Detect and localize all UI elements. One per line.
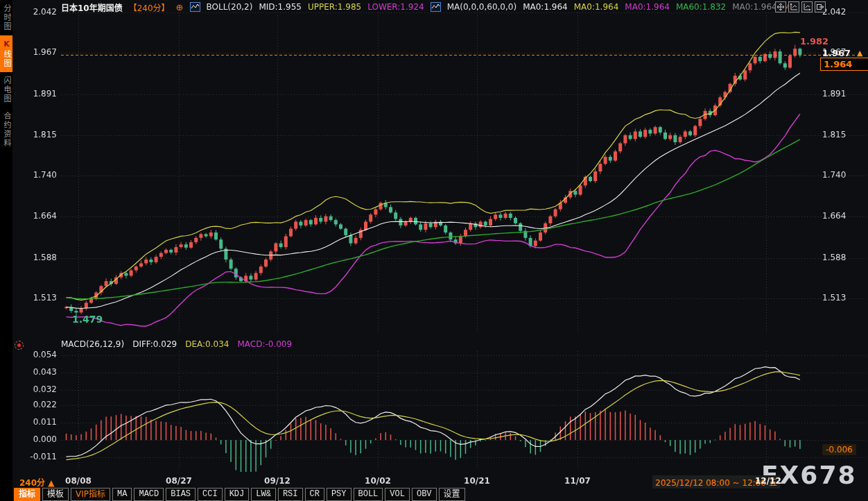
scroll-to-latest-icon[interactable]: ▲ [857, 49, 862, 58]
toolbar-button-MACD[interactable]: MACD [134, 488, 164, 501]
x-axis-label-last: 12/12 [755, 476, 781, 486]
macd-axis-label-2: 0.032 [15, 384, 57, 394]
toolbar-button-LW&[interactable]: LW& [251, 488, 276, 501]
toolbar-button-设置[interactable]: 设置 [439, 488, 465, 501]
x-axis-label-0: 08/08 [65, 476, 92, 486]
toolbar-button-指标[interactable]: 指标 [14, 488, 40, 501]
price-axis-label-left-2: 1.891 [15, 89, 57, 99]
toolbar-button-模板[interactable]: 模板 [42, 488, 69, 501]
indicator-value-7: MA0:1.964 [625, 2, 670, 12]
price-axis-label-left-7: 1.513 [15, 293, 57, 303]
x-axis-label-1: 08/27 [166, 476, 192, 486]
macd-macd-value: MACD:-0.009 [237, 339, 292, 349]
y-axis-scale-icon[interactable] [788, 1, 799, 12]
chart-header: 日本10年期国债 【240分】 ⊕ BOLL(20,2)MID:1.955UPP… [61, 1, 796, 12]
indicator-chart-icon[interactable] [190, 2, 200, 12]
price-axis-label-left-5: 1.664 [15, 211, 57, 221]
indicator-value-6: MA0:1.964 [574, 2, 619, 12]
price-axis-label-right-7: 1.513 [822, 293, 846, 303]
main-chart-canvas[interactable] [0, 0, 868, 501]
macd-axis-label-6: -0.011 [15, 452, 57, 461]
toolbar-button-CCI[interactable]: CCI [198, 488, 223, 501]
toolbar-button-VIP指标[interactable]: VIP指标 [71, 488, 110, 501]
pan-crosshair-icon[interactable] [775, 1, 786, 12]
x-axis-label-5: 11/07 [564, 476, 591, 486]
macd-axis-label-4: 0.011 [15, 417, 57, 427]
price-axis-label-right-0: 2.042 [822, 7, 846, 17]
right-axis-tick-1967: 1.967 [822, 48, 851, 58]
toolbar-button-BIAS[interactable]: BIAS [166, 488, 196, 501]
high-price-label: 1.982 [800, 36, 828, 46]
toolbar-button-VOL[interactable]: VOL [385, 488, 410, 501]
macd-header: MACD(26,12,9) DIFF:0.029 DEA:0.034 MACD:… [61, 339, 292, 349]
indicator-toolbar: 指标模板VIP指标MAMACDBIASCCIKDJLW&RSICRPSYBOLL… [14, 488, 465, 501]
indicator-value-9: MA0:1.964 [732, 2, 777, 12]
sidebar-tab-1[interactable]: K线图 [0, 35, 12, 72]
pop-out-icon[interactable] [815, 1, 826, 12]
period-badge[interactable]: 【240分】 [129, 1, 170, 13]
instrument-title: 日本10年期国债 [61, 1, 123, 13]
toolbar-button-OBV[interactable]: OBV [412, 488, 437, 501]
price-axis-label-right-3: 1.815 [822, 130, 846, 139]
macd-axis-label-0: 0.054 [15, 350, 57, 359]
indicator-value-8: MA60:1.832 [676, 2, 726, 12]
price-axis-label-left-6: 1.588 [15, 253, 57, 262]
toolbar-button-BOLL[interactable]: BOLL [354, 488, 383, 501]
window-toolbar [775, 1, 826, 12]
indicator-value-1: MID:1.955 [259, 2, 302, 12]
sidebar-tab-0[interactable]: 分时图 [0, 0, 12, 35]
toolbar-button-RSI[interactable]: RSI [278, 488, 303, 501]
period-selector[interactable]: 240分 ▲ [19, 476, 54, 488]
indicator-value-2: UPPER:1.985 [308, 2, 361, 12]
price-axis-label-right-2: 1.891 [822, 89, 846, 99]
toolbar-button-CR[interactable]: CR [305, 488, 324, 501]
macd-dea-value: DEA:0.034 [185, 339, 229, 349]
low-price-label: 1.479 [72, 314, 103, 325]
x-axis-label-2: 09/12 [264, 476, 290, 486]
toolbar-button-KDJ[interactable]: KDJ [225, 488, 250, 501]
sidebar-tab-3[interactable]: 合约资料 [0, 108, 12, 152]
price-axis-label-left-3: 1.815 [15, 130, 57, 139]
indicator-value-0: BOLL(20,2) [207, 2, 253, 12]
price-axis-label-right-6: 1.588 [822, 253, 846, 262]
toolbar-button-PSY[interactable]: PSY [327, 488, 351, 501]
macd-diff-value: DIFF:0.029 [132, 339, 177, 349]
indicator-value-5: MA0:1.964 [523, 2, 568, 12]
left-sidebar: 分时图K线图闪电图合约资料 [0, 0, 12, 501]
macd-current-value-box: -0.006 [822, 444, 856, 455]
x-axis-label-3: 10/02 [365, 476, 391, 486]
price-axis-label-right-5: 1.664 [822, 211, 846, 221]
sidebar-tab-2[interactable]: 闪电图 [0, 72, 12, 108]
indicator-value-4: MA(0,0,0,60,0,0) [447, 2, 517, 12]
macd-axis-label-5: 0.000 [15, 434, 57, 444]
x-axis-label-4: 10/21 [464, 476, 490, 486]
x-axis-scale-icon[interactable] [801, 1, 813, 12]
macd-axis-label-1: 0.043 [15, 367, 57, 377]
macd-axis-label-3: 0.022 [15, 400, 57, 409]
trading-app-window: { "colors": { "background": "#0d0e11", "… [0, 0, 868, 501]
indicator-value-3: LOWER:1.924 [367, 2, 424, 12]
indicator-values: BOLL(20,2)MID:1.955UPPER:1.985LOWER:1.92… [190, 2, 797, 12]
toolbar-button-MA[interactable]: MA [112, 488, 132, 501]
current-price-box: 1.964 [820, 58, 868, 71]
indicator-chart-icon[interactable] [431, 2, 441, 12]
price-axis-label-left-1: 1.967 [15, 47, 57, 57]
price-axis-label-left-0: 2.042 [15, 7, 57, 17]
adjust-period-icon[interactable]: ⊕ [176, 3, 184, 12]
subchart-settings-icon[interactable] [15, 341, 24, 350]
price-axis-label-left-4: 1.740 [15, 170, 57, 180]
price-axis-label-right-4: 1.740 [822, 170, 846, 180]
macd-params-label: MACD(26,12,9) [61, 339, 124, 349]
